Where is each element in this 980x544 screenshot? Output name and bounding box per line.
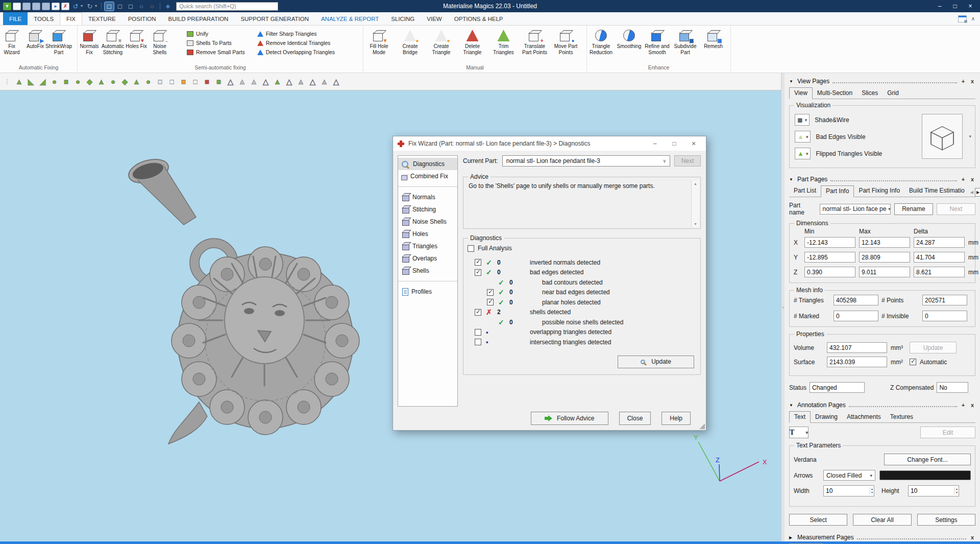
wizard-page-noise-shells[interactable]: Noise Shells: [398, 216, 457, 228]
part-tab-fixing-info[interactable]: Part Fixing Info: [854, 185, 904, 197]
automatic-stitching-button[interactable]: ≡ Automatic Stitching: [101, 28, 125, 55]
part-next-button[interactable]: Next: [937, 203, 975, 215]
dimension-max-field[interactable]: [859, 267, 910, 277]
triangles-field[interactable]: [834, 295, 878, 305]
dialog-maximize-icon[interactable]: □: [667, 140, 682, 147]
dimension-delta-field[interactable]: [914, 267, 965, 277]
edit-button[interactable]: Edit: [920, 427, 975, 438]
update-properties-button[interactable]: Update: [910, 342, 957, 353]
wizard-page-combined-fix[interactable]: Combined Fix: [398, 170, 457, 182]
view-tab-grid[interactable]: Grid: [883, 88, 903, 99]
viewport-tool-icon[interactable]: ●: [72, 76, 83, 87]
viewport-tool-icon[interactable]: △: [284, 76, 295, 87]
tab-options-help[interactable]: OPTIONS & HELP: [448, 12, 509, 25]
zoom-in-icon[interactable]: ○: [137, 2, 146, 11]
wizard-page-diagnostics[interactable]: Diagnostics: [398, 158, 457, 170]
viewport-tool-icon[interactable]: ▲: [319, 76, 330, 87]
import-part-icon[interactable]: ▼: [3, 3, 11, 10]
tab-position[interactable]: POSITION: [122, 12, 162, 25]
resize-grip[interactable]: [699, 423, 705, 429]
height-stepper[interactable]: ▴▾: [908, 485, 959, 496]
remesh-button[interactable]: ▦ Remesh: [699, 28, 727, 55]
viewport-tool-icon[interactable]: ■: [178, 76, 189, 87]
create-triangle-button[interactable]: ● Create Triangle: [426, 28, 457, 55]
collapse-arrow-icon[interactable]: ▼: [789, 79, 794, 84]
fix-wizard-button[interactable]: Fix Wizard: [0, 28, 23, 55]
diagnostic-checkbox[interactable]: [487, 299, 494, 305]
visualization-picker[interactable]: ▲ ▾: [795, 131, 811, 143]
customize-ribbon-icon[interactable]: [958, 15, 967, 22]
spin-up-icon[interactable]: ▴: [956, 487, 958, 491]
tab-file[interactable]: FILE: [3, 12, 28, 25]
detect-overlapping-triangles-button[interactable]: Detect Overlapping Triangles: [257, 49, 335, 55]
toolbar-grip[interactable]: ⋮: [4, 78, 10, 85]
diagnostic-checkbox[interactable]: [475, 329, 481, 336]
viewport-tool-icon[interactable]: ▲: [296, 76, 306, 87]
minimize-icon[interactable]: –: [932, 3, 947, 10]
search-settings-icon[interactable]: ∗: [163, 2, 173, 11]
noise-shells-button[interactable]: → Noise Shells: [148, 28, 172, 55]
diagnostic-checkbox[interactable]: [475, 309, 481, 316]
arrow-color-swatch[interactable]: [879, 470, 971, 480]
change-font-button[interactable]: Change Font...: [884, 454, 971, 465]
wizard-page-holes[interactable]: Holes: [398, 228, 457, 240]
view-tab-view[interactable]: View: [789, 87, 813, 99]
dialog-titlebar[interactable]: Fix Wizard (Part: normal stl- Lion face …: [393, 136, 706, 151]
scroll-down-icon[interactable]: ▼: [694, 221, 697, 227]
collapse-arrow-icon[interactable]: ▼: [789, 403, 794, 408]
toolbar-separator[interactable]: [160, 3, 160, 10]
diagnostic-checkbox[interactable]: [475, 339, 481, 345]
update-button[interactable]: Update: [618, 356, 694, 368]
subdivide-part-button[interactable]: ▦ Subdivide Part: [671, 28, 699, 55]
visualization-picker[interactable]: ◼ ▾: [795, 114, 810, 126]
quick-search-input[interactable]: [176, 2, 278, 11]
view-tab-multi-section[interactable]: Multi-Section: [813, 88, 857, 99]
viewport-tool-icon[interactable]: ◣: [26, 76, 36, 87]
part-tab-build-time[interactable]: Build Time Estimatio: [904, 185, 969, 197]
text-annotation-tool[interactable]: T ▾: [789, 427, 808, 438]
annot-tab-text[interactable]: Text: [789, 411, 811, 423]
dimension-max-field[interactable]: [859, 237, 910, 248]
viewport-tool-icon[interactable]: ■: [166, 76, 177, 87]
save-as-icon[interactable]: [32, 3, 40, 10]
tab-fix[interactable]: FIX: [60, 12, 82, 25]
wizard-page-overlaps[interactable]: Overlaps: [398, 252, 457, 265]
normals-fix-button[interactable]: Normals Fix: [78, 28, 101, 55]
next-button[interactable]: Next: [674, 155, 701, 167]
fill-hole-mode-button[interactable]: ▼ Fill Hole Mode: [363, 28, 395, 55]
create-bridge-button[interactable]: ● Create Bridge: [395, 28, 426, 55]
dimension-min-field[interactable]: [804, 267, 855, 277]
holes-fix-button[interactable]: ▼ Holes Fix: [125, 28, 148, 55]
viewport-tool-icon[interactable]: ◆: [119, 76, 130, 87]
preview-dropdown-icon[interactable]: ▾: [969, 134, 971, 139]
viewport-tool-icon[interactable]: ■: [61, 76, 71, 87]
annot-tab-textures[interactable]: Textures: [886, 412, 918, 422]
viewport-tool-icon[interactable]: △: [225, 76, 236, 87]
undo-dropdown-icon[interactable]: ▾: [80, 2, 84, 11]
delete-triangle-button[interactable]: Delete Triangle: [457, 28, 488, 55]
viewport-tool-icon[interactable]: ▲: [249, 76, 259, 87]
dimension-delta-field[interactable]: [914, 237, 965, 248]
shells-to-parts-button[interactable]: Shells To Parts: [187, 40, 245, 46]
viewport-tool-icon[interactable]: ▲: [96, 76, 107, 87]
viewport-tool-icon[interactable]: ▲: [272, 76, 283, 87]
wizard-page-shells[interactable]: Shells: [398, 265, 457, 277]
smoothing-button[interactable]: Smoothing: [615, 28, 643, 55]
diagnostic-checkbox[interactable]: [475, 269, 481, 276]
scroll-up-icon[interactable]: ▲: [694, 180, 697, 187]
marked-field[interactable]: [834, 311, 878, 321]
toolbar-separator[interactable]: [101, 3, 102, 10]
part-name-select[interactable]: normal stl- Lion face pe ▾: [820, 204, 891, 215]
viewport-tool-icon[interactable]: △: [331, 76, 341, 87]
scroll-right-icon[interactable]: ▶: [975, 188, 980, 197]
select-button[interactable]: Select: [789, 514, 847, 526]
follow-advice-button[interactable]: Follow Advice: [531, 412, 608, 425]
tab-support-generation[interactable]: SUPPORT GENERATION: [234, 12, 315, 25]
zoom-view-icon[interactable]: □: [105, 2, 114, 11]
surface-field[interactable]: [827, 357, 887, 367]
wizard-page-stitching[interactable]: Stitching: [398, 203, 457, 216]
tab-texture[interactable]: TEXTURE: [82, 12, 122, 25]
viewport-tool-icon[interactable]: ■: [155, 76, 165, 87]
close-button[interactable]: Close: [619, 412, 651, 425]
spin-down-icon[interactable]: ▾: [956, 491, 958, 494]
